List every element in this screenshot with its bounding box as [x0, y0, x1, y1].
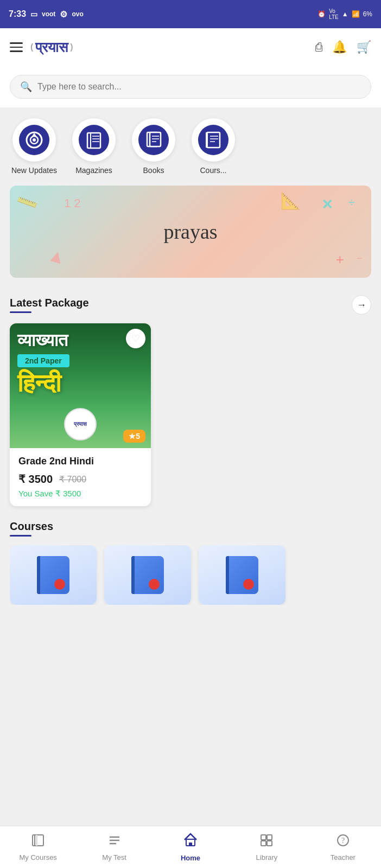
course-book-badge-3	[243, 579, 254, 590]
product-image: व्याख्यात 2nd Paper हिन्दी प्रयास ♡ ★5	[10, 323, 151, 448]
svg-text:?: ?	[341, 837, 345, 845]
section-title-wrapper: Latest Package	[10, 297, 89, 313]
bottom-spacer	[0, 610, 381, 665]
hamburger-menu[interactable]	[10, 42, 23, 52]
category-icon-circle-new-updates	[12, 118, 56, 162]
latest-package-header: Latest Package →	[10, 295, 371, 315]
search-icon: 🔍	[20, 81, 32, 93]
nav-my-test[interactable]: My Test	[76, 829, 152, 866]
app-logo: ( प्रयास )	[30, 39, 73, 56]
my-courses-svg	[31, 833, 45, 847]
nav-my-courses[interactable]: My Courses	[0, 829, 76, 866]
bell-icon[interactable]: 🔔	[332, 40, 347, 54]
header-right: ⎙ 🔔 🛒	[315, 40, 371, 54]
product-logo-text: प्रयास	[74, 421, 87, 427]
battery-display: 6%	[363, 10, 372, 18]
wishlist-icon: ♡	[131, 333, 140, 344]
svg-rect-15	[207, 132, 220, 148]
my-test-svg	[107, 833, 122, 847]
product-card-grade2-hindi[interactable]: व्याख्यात 2nd Paper हिन्दी प्रयास ♡ ★5 G…	[10, 323, 151, 506]
search-section: 🔍	[0, 66, 381, 107]
section-title-latest-package: Latest Package	[10, 297, 89, 309]
price-original: ₹ 7000	[59, 474, 86, 484]
course-card-3[interactable]	[199, 545, 285, 605]
logo-name: प्रयास	[35, 39, 68, 56]
hamburger-line-3	[10, 50, 23, 52]
voot-icon: voot	[42, 10, 55, 18]
logo-wave-left: (	[30, 42, 33, 52]
app-header: ( प्रयास ) ⎙ 🔔 🛒	[0, 28, 381, 66]
nav-home[interactable]: Home	[153, 828, 228, 866]
library-icon	[259, 833, 274, 851]
books-svg	[144, 131, 163, 149]
category-books[interactable]: Books	[129, 118, 178, 175]
category-icon-circle-books	[132, 118, 175, 162]
wifi-icon: ▲	[342, 10, 348, 18]
nav-library[interactable]: Library	[228, 829, 304, 866]
courses-title: Courses	[10, 520, 53, 533]
category-magazines[interactable]: Magazines	[69, 118, 118, 175]
category-icon-inner-courses	[198, 125, 228, 155]
course-thumb-1	[10, 545, 97, 605]
search-box[interactable]: 🔍	[10, 75, 371, 99]
home-svg	[183, 832, 198, 847]
courses-underline	[10, 535, 31, 537]
category-label-courses: Cours...	[200, 166, 226, 175]
my-courses-label: My Courses	[20, 853, 57, 861]
course-card-1[interactable]	[10, 545, 97, 605]
new-updates-svg	[25, 131, 43, 149]
course-book-badge-1	[54, 579, 65, 590]
bottom-navigation: My Courses My Test Home	[0, 826, 381, 868]
signal-icon: 📶	[352, 10, 360, 18]
magazines-svg	[85, 131, 103, 149]
category-label-magazines: Magazines	[75, 166, 112, 175]
latest-package-arrow[interactable]: →	[352, 295, 371, 315]
category-icon-inner-new-updates	[19, 125, 49, 155]
course-thumb-3	[199, 545, 285, 605]
promo-banner[interactable]: 📏 1 2 📐 ✕ ÷ ▲ + − prayas	[10, 186, 371, 278]
category-label-books: Books	[143, 166, 164, 175]
share-icon[interactable]: ⎙	[315, 40, 322, 54]
price-row: ₹ 3500 ₹ 7000	[18, 473, 142, 486]
category-icon-circle-courses	[192, 118, 235, 162]
courses-header: Courses	[10, 520, 371, 537]
svg-rect-22	[36, 835, 37, 846]
library-svg	[259, 833, 274, 847]
hamburger-line-1	[10, 42, 23, 44]
cart-icon[interactable]: 🛒	[357, 40, 371, 54]
banner-text: prayas	[163, 220, 217, 244]
course-card-2[interactable]	[104, 545, 191, 605]
svg-rect-28	[261, 835, 266, 840]
status-bar: 7:33 ▭ voot ⚙ ovo ⏰ VoLTE ▲ 📶 6%	[0, 0, 381, 28]
hamburger-line-2	[10, 47, 23, 48]
home-icon	[183, 832, 198, 851]
category-icon-inner-magazines	[79, 125, 109, 155]
wishlist-button[interactable]: ♡	[126, 329, 145, 348]
courses-section: Courses	[0, 512, 381, 610]
library-label: Library	[256, 853, 278, 861]
svg-marker-2	[32, 133, 36, 136]
banner-content: prayas	[10, 186, 371, 278]
teacher-svg: ?	[336, 833, 350, 847]
header-left: ( प्रयास )	[10, 39, 73, 56]
search-input[interactable]	[37, 82, 361, 92]
rating-badge: ★5	[123, 430, 145, 443]
category-new-updates[interactable]: New Updates	[10, 118, 59, 175]
category-courses[interactable]: Cours...	[189, 118, 238, 175]
courses-title-wrapper: Courses	[10, 520, 53, 537]
my-test-icon	[107, 833, 122, 851]
product-name: Grade 2nd Hindi	[18, 456, 142, 467]
svg-rect-31	[267, 841, 272, 846]
svg-rect-10	[150, 132, 161, 146]
svg-rect-30	[261, 841, 266, 846]
svg-rect-27	[189, 843, 192, 846]
price-current: ₹ 3500	[18, 473, 53, 486]
logo-wave-right: )	[70, 42, 73, 52]
nav-teacher[interactable]: ? Teacher	[305, 829, 381, 866]
banner-section: 📏 1 2 📐 ✕ ÷ ▲ + − prayas	[0, 180, 381, 286]
price-save: You Save ₹ 3500	[18, 489, 142, 499]
ovo-icon: ovo	[72, 10, 83, 18]
arrow-icon: →	[357, 299, 366, 311]
my-courses-icon	[31, 833, 45, 851]
svg-rect-4	[87, 133, 100, 148]
